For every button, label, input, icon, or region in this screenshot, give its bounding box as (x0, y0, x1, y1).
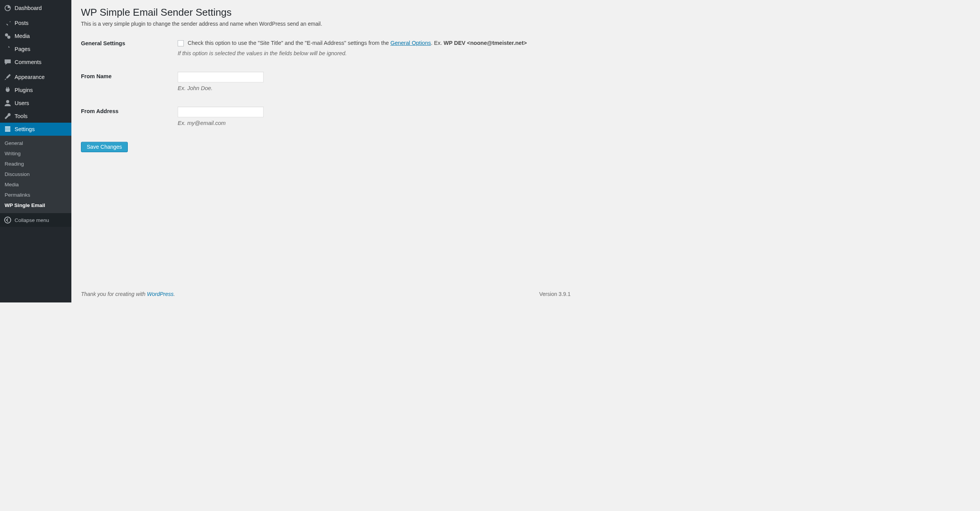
submenu-item-permalinks[interactable]: Permalinks (0, 190, 71, 200)
submenu-item-discussion[interactable]: Discussion (0, 169, 71, 179)
pin-icon (4, 19, 12, 27)
collapse-label: Collapse menu (15, 217, 49, 223)
from-name-input[interactable] (178, 72, 264, 82)
sidebar-label: Tools (15, 113, 68, 119)
sidebar-label: Pages (15, 46, 68, 52)
sidebar-item-posts[interactable]: Posts (0, 16, 71, 30)
svg-point-1 (7, 36, 10, 39)
main-content: WP Simple Email Sender Settings This is … (71, 0, 580, 302)
settings-form: General Settings Check this option to us… (81, 39, 571, 142)
media-icon (4, 32, 12, 40)
footer-thanks-pre: Thank you for creating with (81, 291, 147, 297)
sidebar-label: Comments (15, 59, 68, 65)
sidebar-item-comments[interactable]: Comments (0, 56, 71, 69)
use-site-title-checkbox[interactable] (178, 40, 184, 46)
sidebar-item-pages[interactable]: Pages (0, 43, 71, 56)
svg-point-2 (6, 100, 9, 103)
footer-version: Version 3.9.1 (539, 291, 571, 297)
admin-footer: Thank you for creating with WordPress. V… (81, 291, 571, 297)
sidebar-item-users[interactable]: Users (0, 97, 71, 110)
svg-point-6 (5, 217, 11, 223)
wrench-icon (4, 112, 12, 120)
svg-rect-4 (5, 128, 10, 130)
submenu-item-wp-single-email[interactable]: WP Single Email (0, 200, 71, 210)
page-title: WP Simple Email Sender Settings (81, 6, 571, 19)
wordpress-link[interactable]: WordPress (147, 291, 173, 297)
sliders-icon (4, 125, 12, 133)
sidebar-item-appearance[interactable]: Appearance (0, 71, 71, 84)
admin-sidebar: Dashboard Posts Media Pages Comments App… (0, 0, 71, 302)
page-description: This is a very simple plugin to change t… (81, 20, 571, 28)
sidebar-item-plugins[interactable]: Plugins (0, 84, 71, 97)
from-address-heading: From Address (81, 107, 178, 141)
from-address-hint: Ex. my@email.com (178, 119, 567, 128)
sidebar-item-settings[interactable]: Settings (0, 123, 71, 136)
use-site-title-label[interactable]: Check this option to use the "Site Title… (178, 40, 527, 46)
general-settings-cell: Check this option to use the "Site Title… (178, 39, 571, 72)
submenu-item-general[interactable]: General (0, 138, 71, 148)
svg-rect-5 (5, 130, 10, 131)
submenu-item-reading[interactable]: Reading (0, 159, 71, 169)
from-name-cell: Ex. John Doe. (178, 72, 571, 107)
from-address-input[interactable] (178, 107, 264, 117)
svg-point-0 (5, 33, 8, 36)
check-example-bold: WP DEV <noone@tmeister.net> (444, 40, 527, 46)
sidebar-item-media[interactable]: Media (0, 30, 71, 43)
sidebar-label: Appearance (15, 74, 68, 80)
settings-submenu: General Writing Reading Discussion Media… (0, 136, 71, 213)
dashboard-icon (4, 4, 12, 12)
svg-rect-3 (5, 127, 10, 128)
save-changes-button[interactable]: Save Changes (81, 142, 128, 152)
footer-thanks-post: . (173, 291, 175, 297)
sidebar-label: Plugins (15, 87, 68, 93)
page-icon (4, 45, 12, 53)
collapse-menu-button[interactable]: Collapse menu (0, 213, 71, 227)
sidebar-label: Settings (15, 126, 68, 132)
check-text-pre: Check this option to use the "Site Title… (188, 40, 390, 46)
sidebar-item-tools[interactable]: Tools (0, 110, 71, 123)
from-name-heading: From Name (81, 72, 178, 107)
check-text-post-ex: . Ex. (431, 40, 444, 46)
general-settings-heading: General Settings (81, 39, 178, 72)
plug-icon (4, 86, 12, 94)
sidebar-label: Dashboard (15, 5, 68, 11)
sidebar-label: Media (15, 33, 68, 39)
footer-thanks: Thank you for creating with WordPress. (81, 291, 175, 297)
comment-icon (4, 58, 12, 66)
collapse-icon (4, 216, 12, 224)
general-settings-note: If this option is selected the values in… (178, 49, 567, 58)
sidebar-label: Posts (15, 20, 68, 26)
submenu-item-media[interactable]: Media (0, 179, 71, 190)
submenu-item-writing[interactable]: Writing (0, 148, 71, 159)
sidebar-label: Users (15, 100, 68, 106)
from-name-hint: Ex. John Doe. (178, 84, 567, 93)
from-address-cell: Ex. my@email.com (178, 107, 571, 141)
general-options-link[interactable]: General Options (390, 40, 431, 46)
sidebar-item-dashboard[interactable]: Dashboard (0, 2, 71, 15)
user-icon (4, 99, 12, 107)
brush-icon (4, 73, 12, 81)
admin-menu: Dashboard Posts Media Pages Comments App… (0, 0, 71, 136)
